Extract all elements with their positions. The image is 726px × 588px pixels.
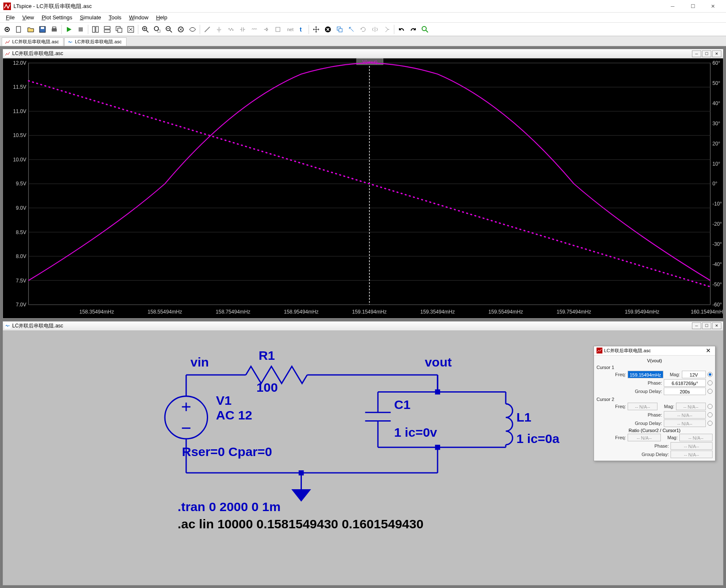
tool-inductor-icon[interactable] <box>249 24 260 35</box>
tool-zoom-out-icon[interactable] <box>164 24 174 35</box>
tool-save-icon[interactable] <box>37 24 48 35</box>
tool-tile-h-icon[interactable] <box>102 24 113 35</box>
plot-canvas[interactable]: V(vout) 12.0V 11.5V 11.0V 10.5V 10.0V 9.… <box>3 58 723 318</box>
tool-duplicate-icon[interactable] <box>334 24 345 35</box>
svg-rect-9 <box>92 26 95 32</box>
menu-window[interactable]: Window <box>126 13 152 21</box>
tool-probe-icon[interactable] <box>420 24 430 35</box>
cursor2-mag-label: Mag: <box>659 404 674 409</box>
cursor1-phase-label: Phase: <box>597 380 662 385</box>
tool-rotate-icon[interactable] <box>358 24 369 35</box>
schematic-window-maximize[interactable]: ☐ <box>702 322 711 329</box>
tool-new-icon[interactable] <box>13 24 24 35</box>
cursor1-phase-radio[interactable] <box>708 380 713 385</box>
cursor2-mag-radio[interactable] <box>708 404 713 409</box>
svg-rect-5 <box>41 27 44 29</box>
tool-resistor-icon[interactable] <box>225 24 236 35</box>
tool-delete-icon[interactable] <box>322 24 333 35</box>
tool-capacitor-icon[interactable] <box>237 24 248 35</box>
schematic-window-close[interactable]: ✕ <box>712 322 721 329</box>
plot-window-minimize[interactable]: ─ <box>692 50 701 57</box>
tab-plot[interactable]: LC并联后串联电阻.asc <box>2 37 63 46</box>
tool-zoom-fit-icon[interactable] <box>175 24 186 35</box>
tool-ground-icon[interactable] <box>214 24 224 35</box>
tool-drag-icon[interactable] <box>346 24 357 35</box>
schematic-window-minimize[interactable]: ─ <box>692 322 701 329</box>
tool-mirror-icon[interactable] <box>370 24 380 35</box>
menu-tools[interactable]: Tools <box>106 13 125 21</box>
tool-run-icon[interactable] <box>63 24 74 35</box>
svg-text:30°: 30° <box>713 120 720 126</box>
cursor1-mag-value[interactable]: 12V <box>682 371 706 378</box>
svg-rect-8 <box>79 27 83 32</box>
plot-window-title: LC并联后串联电阻.asc <box>12 50 63 57</box>
tool-zoom-in-icon[interactable] <box>140 24 151 35</box>
tool-autorange-icon[interactable] <box>187 24 198 35</box>
schem-ac-directive: .ac lin 10000 0.1581549430 0.1601549430 <box>178 517 424 531</box>
tool-netlabel-icon[interactable]: net <box>284 24 295 35</box>
cursor1-gd-radio[interactable] <box>708 389 713 394</box>
cursor-panel-close[interactable]: ✕ <box>704 347 713 354</box>
schem-r1-name: R1 <box>259 348 275 362</box>
tool-component-icon[interactable] <box>272 24 283 35</box>
cursor1-freq-value[interactable]: 159.15494mHz <box>628 371 663 378</box>
tool-zoom-area-icon[interactable] <box>152 24 163 35</box>
tab-schematic-label: LC并联后串联电阻.asc <box>75 39 121 45</box>
svg-rect-11 <box>104 26 110 29</box>
plot-window-titlebar[interactable]: LC并联后串联电阻.asc ─ ☐ ✕ <box>3 49 723 58</box>
cursor2-gd-label: Group Delay: <box>597 421 662 426</box>
cursor1-gd-value[interactable]: 200s <box>664 388 706 395</box>
menu-plot-settings[interactable]: Plot Settings <box>38 13 76 21</box>
plot-window-maximize[interactable]: ☐ <box>702 50 711 57</box>
window-maximize-button[interactable]: ☐ <box>683 0 702 13</box>
tab-schematic[interactable]: LC并联后串联电阻.asc <box>64 37 126 46</box>
schematic-canvas[interactable]: vin vout R1 100 V1 AC 12 Rser=0 Cpar=0 C… <box>3 331 723 585</box>
cursor2-phase-value: -- N/A-- <box>664 411 706 419</box>
svg-rect-104 <box>435 445 440 450</box>
tool-tile-v-icon[interactable] <box>90 24 101 35</box>
tool-find-icon[interactable] <box>381 24 392 35</box>
window-close-button[interactable]: ✕ <box>703 0 723 13</box>
svg-rect-3 <box>16 26 21 32</box>
menu-help[interactable]: Help <box>153 13 171 21</box>
svg-text:-40°: -40° <box>713 261 722 267</box>
tool-text-icon[interactable]: t <box>296 24 307 35</box>
svg-text:159.35494mHz: 159.35494mHz <box>420 309 455 315</box>
schematic-window-titlebar[interactable]: LC并联后串联电阻.asc ─ ☐ ✕ <box>3 322 723 331</box>
svg-text:-60°: -60° <box>713 302 722 308</box>
menu-simulate[interactable]: Simulate <box>77 13 105 21</box>
cursor1-mag-radio[interactable] <box>708 372 713 377</box>
cursor1-mag-label: Mag: <box>665 372 680 377</box>
ratio-mag-label: Mag: <box>663 435 678 440</box>
tool-diode-icon[interactable] <box>261 24 272 35</box>
cursor-panel[interactable]: LC并联后串联电阻.asc ✕ V(vout) Cursor 1 Freq: 1… <box>594 346 715 461</box>
tool-move-icon[interactable] <box>311 24 322 35</box>
svg-text:0°: 0° <box>713 181 718 187</box>
schematic-window-title: LC并联后串联电阻.asc <box>12 322 63 330</box>
tool-undo-icon[interactable] <box>396 24 407 35</box>
tool-open-icon[interactable] <box>25 24 36 35</box>
tool-wire-icon[interactable] <box>202 24 213 35</box>
window-minimize-button[interactable]: ─ <box>663 0 682 13</box>
tool-stop-icon[interactable] <box>75 24 86 35</box>
plot-window-close[interactable]: ✕ <box>712 50 721 57</box>
cursor1-phase-value[interactable]: 6.6187269µ° <box>664 379 706 387</box>
svg-text:159.55494mHz: 159.55494mHz <box>488 309 523 315</box>
menu-file[interactable]: File <box>3 13 18 21</box>
svg-rect-12 <box>104 30 110 32</box>
tool-print-icon[interactable] <box>49 24 60 35</box>
cursor-panel-titlebar[interactable]: LC并联后串联电阻.asc ✕ <box>594 346 715 356</box>
menu-view[interactable]: View <box>19 13 37 21</box>
cursor2-freq-label: Freq: <box>597 404 626 409</box>
tool-settings-icon[interactable] <box>2 24 13 35</box>
svg-text:-10°: -10° <box>713 201 722 207</box>
tool-redo-icon[interactable] <box>408 24 419 35</box>
tool-cascade-icon[interactable] <box>114 24 124 35</box>
ratio-phase-label: Phase: <box>597 443 669 448</box>
tool-close-win-icon[interactable] <box>125 24 136 35</box>
svg-text:9.5V: 9.5V <box>16 181 27 187</box>
svg-text:7.5V: 7.5V <box>16 277 27 283</box>
cursor2-phase-radio[interactable] <box>708 412 713 417</box>
cursor2-gd-radio[interactable] <box>708 421 713 426</box>
svg-text:9.0V: 9.0V <box>16 205 27 211</box>
